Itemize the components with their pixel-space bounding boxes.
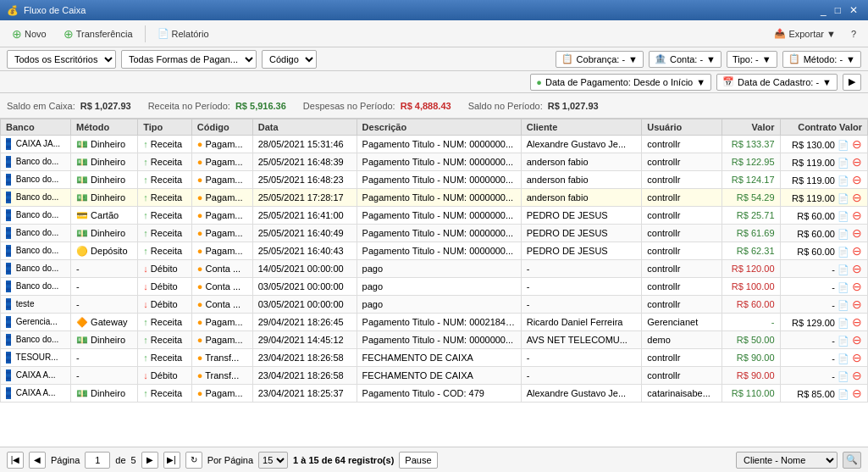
remove-button[interactable]: ⊖ [852,226,862,240]
exportar-button[interactable]: 📤 Exportar ▼ [769,26,840,41]
remove-button[interactable]: ⊖ [852,155,862,169]
forma-pagamento-select[interactable]: Todas Formas de Pagan... [121,50,257,69]
cobranca-filter[interactable]: 📋 Cobrança: - ▼ [556,51,644,68]
cell-contrato-valor: R$ 60.00 📄 ⊖ [780,225,867,242]
cell-cliente: - [521,349,642,367]
remove-button[interactable]: ⊖ [852,173,862,186]
col-metodo: Método [71,119,138,136]
document-button[interactable]: 📄 [838,264,849,275]
next-page-button[interactable]: ▶ [141,452,158,469]
table-row[interactable]: Banco do... - ↓ Débito ● Conta ... 14/05… [1,260,868,278]
remove-button[interactable]: ⊖ [852,315,862,329]
table-container: Banco Método Tipo Código Data Descrição … [0,119,868,447]
search-button[interactable]: 🔍 [843,452,861,469]
cell-tipo: ↑ Receita [138,225,191,242]
document-button[interactable]: 📄 [838,247,849,258]
prev-page-button[interactable]: ◀ [29,452,46,469]
data-cadastro-filter[interactable]: 📅 Data de Cadastro: - ▼ [716,74,838,91]
report-icon: 📄 [158,28,169,39]
cell-codigo: ● Pagam... [191,331,252,349]
relatorio-button[interactable]: 📄 Relatório [152,26,214,41]
data-pagamento-filter[interactable]: ● Data de Pagamento: Desde o Início ▼ [530,74,711,91]
search-select[interactable]: Cliente - Nome [736,452,838,469]
table-row[interactable]: Banco do... 💵 Dinheiro ↑ Receita ● Pagam… [1,331,868,349]
last-page-button[interactable]: ▶| [163,452,180,469]
transferencia-button[interactable]: ⊕ Transferência [58,25,138,42]
table-row[interactable]: CAIXA A... 💵 Dinheiro ↑ Receita ● Pagam.… [1,385,868,403]
cell-banco: Banco do... [1,153,71,171]
dot-icon: ● [197,175,203,185]
metodo-filter[interactable]: 📋 Método: - ▼ [782,51,861,68]
document-button[interactable]: 📄 [838,371,849,382]
cell-banco: Banco do... [1,242,71,260]
remove-button[interactable]: ⊖ [852,137,862,151]
document-button[interactable]: 📄 [838,389,849,400]
bank-stripe-icon [6,245,11,257]
remove-button[interactable]: ⊖ [852,208,862,222]
remove-button[interactable]: ⊖ [852,280,862,293]
transfer-icon: ⊕ [64,27,74,41]
cell-metodo: 💵 Dinheiro [71,225,138,242]
document-button[interactable]: 📄 [838,211,849,222]
codigo-select[interactable]: Código [262,50,317,69]
remove-button[interactable]: ⊖ [852,351,862,364]
table-row[interactable]: Gerencia... 🔶 Gateway ↑ Receita ● Pagam.… [1,314,868,331]
table-row[interactable]: teste - ↓ Débito ● Conta ... 03/05/2021 … [1,296,868,314]
remove-button[interactable]: ⊖ [852,244,862,258]
cell-valor: R$ 120.00 [721,260,780,278]
cell-contrato-valor: - 📄 ⊖ [780,367,867,385]
escritorio-select[interactable]: Todos os Escritórios [7,50,116,69]
title-bar: 💰 Fluxo de Caixa _ □ ✕ [0,0,868,20]
document-button[interactable]: 📄 [838,353,849,364]
cell-data: 25/05/2021 16:40:43 [252,242,357,260]
help-button[interactable]: ? [846,27,861,41]
document-button[interactable]: 📄 [838,140,849,151]
remove-button[interactable]: ⊖ [852,191,862,204]
refresh-button[interactable]: ↻ [185,452,202,469]
cell-metodo: - [71,349,138,367]
table-row[interactable]: CAIXA JA... 💵 Dinheiro ↑ Receita ● Pagam… [1,136,868,153]
table-row[interactable]: TESOUR... - ↑ Receita ● Transf... 23/04/… [1,349,868,367]
table-row[interactable]: Banco do... 💵 Dinheiro ↑ Receita ● Pagam… [1,171,868,189]
table-row[interactable]: Banco do... 💳 Cartão ↑ Receita ● Pagam..… [1,207,868,225]
remove-button[interactable]: ⊖ [852,297,862,311]
document-button[interactable]: 📄 [838,336,849,347]
cell-codigo: ● Pagam... [191,189,252,207]
maximize-button[interactable]: □ [832,4,844,16]
novo-button[interactable]: ⊕ Novo [7,25,52,42]
first-page-button[interactable]: |◀ [7,452,24,469]
pause-button[interactable]: Pause [399,452,437,469]
document-button[interactable]: 📄 [838,282,849,293]
receita-periodo: Receita no Período: R$ 5,916.36 [148,101,286,111]
table-row[interactable]: Banco do... 💵 Dinheiro ↑ Receita ● Pagam… [1,189,868,207]
document-button[interactable]: 📄 [838,158,849,169]
document-button[interactable]: 📄 [838,318,849,329]
remove-button[interactable]: ⊖ [852,369,862,382]
tipo-filter[interactable]: Tipo: - ▼ [727,51,777,68]
cell-valor: R$ 62.31 [721,242,780,260]
document-button[interactable]: 📄 [838,300,849,311]
page-number-input[interactable] [85,452,110,469]
next-date-button[interactable]: ▶ [843,74,861,91]
table-row[interactable]: Banco do... 🟡 Depósito ↑ Receita ● Pagam… [1,242,868,260]
down-arrow-icon: ↓ [143,281,148,292]
table-row[interactable]: CAIXA A... - ↓ Débito ● Transf... 23/04/… [1,367,868,385]
table-row[interactable]: Banco do... 💵 Dinheiro ↑ Receita ● Pagam… [1,225,868,242]
close-button[interactable]: ✕ [846,4,861,16]
per-page-select[interactable]: 15 25 50 [258,452,288,469]
table-row[interactable]: Banco do... 💵 Dinheiro ↑ Receita ● Pagam… [1,153,868,171]
minimize-button[interactable]: _ [817,4,830,16]
remove-button[interactable]: ⊖ [852,386,862,400]
document-button[interactable]: 📄 [838,229,849,240]
remove-button[interactable]: ⊖ [852,262,862,275]
document-button[interactable]: 📄 [838,175,849,186]
conta-filter[interactable]: 🏦 Conta: - ▼ [649,51,721,68]
cell-metodo: - [71,367,138,385]
dot-icon: ● [197,353,203,363]
table-row[interactable]: Banco do... - ↓ Débito ● Conta ... 03/05… [1,278,868,296]
cell-tipo: ↑ Receita [138,171,191,189]
cell-banco: Banco do... [1,278,71,296]
remove-button[interactable]: ⊖ [852,333,862,347]
dot-icon: ● [197,192,203,203]
document-button[interactable]: 📄 [838,193,849,204]
